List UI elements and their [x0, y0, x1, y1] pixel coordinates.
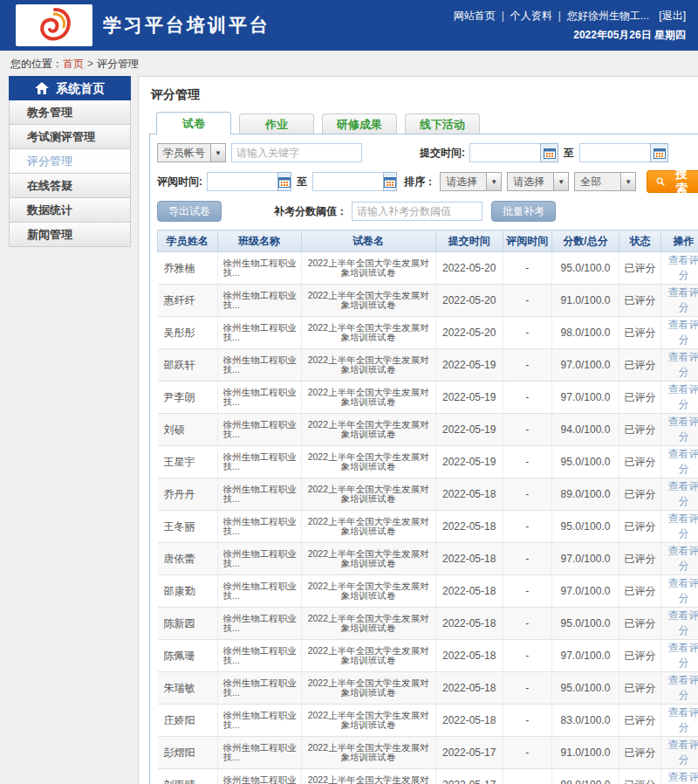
exam-name: 2022上半年全国大学生发展对象培训班试卷 — [301, 640, 435, 672]
review-time: - — [503, 737, 551, 769]
view-score-link[interactable]: 查看评分 — [667, 351, 698, 378]
calendar-icon[interactable] — [383, 172, 397, 191]
sidebar-item-statistics[interactable]: 数据统计 — [9, 198, 131, 223]
calendar-icon[interactable] — [650, 143, 668, 162]
class-name: 徐州生物工程职业技... — [217, 478, 301, 511]
exam-name: 2022上半年全国大学生发展对象培训班试卷 — [301, 285, 435, 317]
sidebar-item-exam-eval[interactable]: 考试测评管理 — [9, 125, 131, 149]
table-row: 唐依蕾 徐州生物工程职业技... 2022上半年全国大学生发展对象培训班试卷 2… — [158, 543, 698, 575]
column-header: 班级名称 — [217, 230, 301, 252]
view-score-link[interactable]: 查看评分 — [667, 448, 698, 475]
review-time-start-input[interactable] — [207, 172, 278, 191]
review-time: - — [503, 382, 551, 414]
sidebar-item-scoring[interactable]: 评分管理 — [9, 149, 131, 174]
view-score-link[interactable]: 查看评分 — [667, 706, 698, 733]
submit-time: 2022-05-19 — [435, 382, 503, 414]
status: 已评分 — [619, 769, 661, 784]
view-score-link[interactable]: 查看评分 — [667, 254, 698, 281]
sidebar-item-news[interactable]: 新闻管理 — [9, 223, 131, 247]
export-papers-button[interactable]: 导出试卷 — [157, 201, 222, 222]
student-name: 吴彤彤 — [158, 317, 218, 349]
view-score-link[interactable]: 查看评分 — [667, 545, 698, 572]
submit-time: 2022-05-17 — [435, 769, 503, 784]
site-title: 学习平台培训平台 — [103, 0, 270, 51]
nav-site-home-link[interactable]: 网站首页 — [454, 10, 496, 22]
view-score-link[interactable]: 查看评分 — [667, 674, 698, 701]
view-score-link[interactable]: 查看评分 — [667, 416, 698, 443]
review-time: - — [503, 252, 551, 285]
view-score-link[interactable]: 查看评分 — [667, 577, 698, 604]
filter-all-select[interactable]: 全部 ▼ — [574, 172, 636, 191]
view-score-link[interactable]: 查看评分 — [667, 609, 698, 636]
keyword-input[interactable] — [231, 143, 362, 162]
student-name: 王星宇 — [158, 446, 218, 478]
site-logo — [16, 4, 92, 46]
search-button[interactable]: 搜 索 — [647, 170, 698, 193]
home-icon — [35, 82, 49, 94]
column-header: 提交时间 — [435, 230, 503, 252]
score: 97.0/100.0 — [551, 640, 619, 672]
sidebar-item-system-home[interactable]: 系统首页 — [9, 76, 131, 100]
nav-profile-link[interactable]: 个人资料 — [510, 10, 552, 22]
breadcrumb-home-link[interactable]: 首页 — [63, 58, 84, 70]
tab-offline-activity[interactable]: 线下活动 — [405, 113, 480, 134]
table-row: 庄娇阳 徐州生物工程职业技... 2022上半年全国大学生发展对象培训班试卷 2… — [158, 705, 698, 737]
exam-name: 2022上半年全国大学生发展对象培训班试卷 — [301, 349, 435, 382]
view-score-link[interactable]: 查看评分 — [667, 739, 698, 766]
view-score-link[interactable]: 查看评分 — [667, 286, 698, 313]
logout-link[interactable]: [退出] — [659, 10, 686, 22]
view-score-link[interactable]: 查看评分 — [667, 319, 698, 346]
tab-study-results[interactable]: 研修成果 — [322, 113, 397, 134]
status: 已评分 — [619, 640, 661, 672]
view-score-link[interactable]: 查看评分 — [667, 642, 698, 669]
student-name: 邵跃轩 — [158, 349, 218, 382]
score: 91.0/100.0 — [551, 285, 619, 317]
view-score-link[interactable]: 查看评分 — [667, 771, 698, 784]
sidebar-item-label: 系统首页 — [56, 77, 105, 100]
class-name: 徐州生物工程职业技... — [217, 737, 301, 769]
sort-select-1[interactable]: 请选择 ▼ — [440, 172, 502, 191]
class-name: 徐州生物工程职业技... — [217, 608, 301, 640]
student-name: 惠纤纤 — [158, 285, 218, 317]
student-name: 唐依蕾 — [158, 543, 218, 575]
tab-exam-paper[interactable]: 试卷 — [156, 112, 231, 134]
submit-time: 2022-05-18 — [435, 511, 503, 543]
search-button-label: 搜 索 — [669, 166, 697, 197]
calendar-icon[interactable] — [277, 172, 291, 191]
table-row: 王冬丽 徐州生物工程职业技... 2022上半年全国大学生发展对象培训班试卷 2… — [158, 511, 698, 543]
column-header: 评阅时间 — [503, 230, 551, 252]
status: 已评分 — [619, 608, 661, 640]
sidebar-item-academic[interactable]: 教务管理 — [9, 100, 131, 125]
sidebar: 系统首页 教务管理 考试测评管理 评分管理 在线答疑 数据统计 新闻管理 — [9, 76, 131, 247]
review-time-end-input[interactable] — [312, 172, 384, 191]
tab-homework[interactable]: 作业 — [239, 113, 314, 134]
sidebar-item-online-qa[interactable]: 在线答疑 — [9, 174, 131, 198]
submit-time-start-input[interactable] — [469, 143, 541, 162]
score: 83.0/100.0 — [551, 705, 619, 737]
class-name: 徐州生物工程职业技... — [217, 446, 301, 478]
exam-name: 2022上半年全国大学生发展对象培训班试卷 — [301, 414, 435, 446]
student-name: 庄娇阳 — [158, 705, 218, 737]
current-date: 2022年05月26日 星期四 — [573, 28, 686, 43]
table-row: 彭熠阳 徐州生物工程职业技... 2022上半年全国大学生发展对象培训班试卷 2… — [158, 737, 698, 769]
view-score-link[interactable]: 查看评分 — [667, 512, 698, 540]
retake-threshold-input[interactable] — [352, 202, 482, 221]
student-name: 乔雅楠 — [158, 252, 218, 285]
status: 已评分 — [619, 317, 661, 349]
account-type-select[interactable]: 学员帐号 ▼ — [157, 143, 226, 162]
batch-retake-button[interactable]: 批量补考 — [491, 201, 556, 222]
chevron-down-icon: ▼ — [210, 144, 225, 162]
submit-time-end-input[interactable] — [579, 143, 651, 162]
submit-time: 2022-05-18 — [435, 575, 503, 608]
sort-select-2[interactable]: 请选择 ▼ — [507, 172, 569, 191]
exam-name: 2022上半年全国大学生发展对象培训班试卷 — [301, 382, 435, 414]
review-time: - — [503, 608, 551, 640]
view-score-link[interactable]: 查看评分 — [667, 383, 698, 410]
student-name: 彭熠阳 — [158, 737, 218, 769]
page-title: 评分管理 — [149, 86, 698, 112]
calendar-icon[interactable] — [540, 143, 558, 162]
view-score-link[interactable]: 查看评分 — [667, 480, 698, 507]
review-time: - — [503, 317, 551, 349]
column-header: 学员姓名 — [158, 230, 218, 252]
review-time: - — [503, 672, 551, 705]
